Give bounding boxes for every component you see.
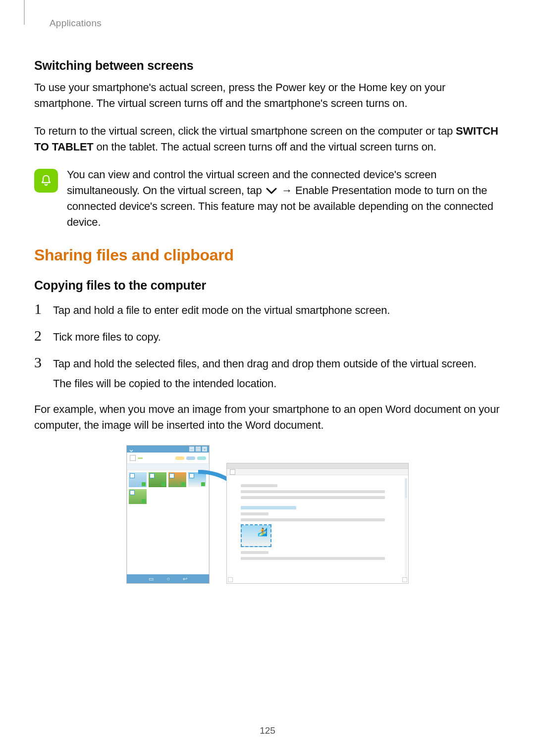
note-arrow: → (278, 184, 295, 197)
step-1: 1 Tap and hold a file to enter edit mode… (34, 302, 501, 318)
step-number: 2 (34, 328, 45, 343)
checkbox-icon (130, 455, 136, 461)
gallery-thumbnail (168, 472, 186, 487)
step-2: 2 Tick more files to copy. (34, 328, 501, 345)
para2-pre: To return to the virtual screen, click t… (34, 125, 456, 137)
step3-main: Tap and hold the selected files, and the… (53, 356, 477, 372)
phone-nav-bar: ▭ ○ ↩ (127, 574, 209, 583)
doc-content: 🏄 (227, 475, 408, 569)
page: Applications Switching between screens T… (0, 0, 535, 756)
window-buttons: – ⬚ × (189, 447, 207, 452)
header-section-label: Applications (50, 18, 102, 29)
home-icon: ○ (166, 576, 170, 582)
action-chip (175, 456, 184, 460)
subheading-switching-screens: Switching between screens (34, 58, 501, 73)
text-line (241, 490, 385, 493)
step3-sub: The files will be copied to the intended… (53, 376, 477, 392)
page-number: 125 (0, 725, 535, 736)
label-chip (138, 457, 143, 459)
paragraph-switching-1: To use your smartphone's actual screen, … (34, 80, 501, 111)
dropped-image-placeholder: 🏄 (241, 524, 271, 547)
gallery-thumbnail (188, 472, 206, 487)
document-window: 🏄 (226, 463, 409, 584)
virtual-smartphone-window: – ⬚ × (126, 445, 210, 584)
close-icon: × (202, 447, 207, 452)
thumbnail-row (127, 489, 209, 506)
gallery-thumbnail (149, 472, 166, 487)
note-strong: Enable Presentation mode (295, 184, 421, 197)
doc-titlebar (227, 463, 408, 469)
step-text: Tap and hold the selected files, and the… (53, 355, 477, 392)
step-3: 3 Tap and hold the selected files, and t… (34, 355, 501, 392)
image-content-icon: 🏄 (258, 527, 268, 537)
text-line-highlight (241, 506, 296, 509)
bell-icon (39, 174, 53, 188)
example-paragraph: For example, when you move an image from… (34, 402, 501, 433)
album-header (127, 464, 209, 470)
text-line (241, 557, 385, 560)
paragraph-switching-2: To return to the virtual screen, click t… (34, 123, 501, 155)
note-text: You can view and control the virtual scr… (67, 167, 501, 230)
gallery-thumbnail (129, 472, 147, 487)
text-line (241, 518, 385, 521)
resize-handle-icon (402, 577, 407, 582)
note-icon-box (34, 169, 58, 193)
thumbnail-row (127, 470, 209, 489)
content-area: Switching between screens To use your sm… (34, 58, 501, 584)
note-callout: You can view and control the virtual scr… (34, 167, 501, 230)
subheading-copying-files: Copying files to the computer (34, 278, 501, 293)
back-icon: ↩ (183, 576, 187, 582)
text-line (241, 496, 385, 499)
step-number: 1 (34, 302, 45, 316)
phone-toolbar (127, 453, 209, 464)
action-chip (186, 456, 195, 460)
action-chip (197, 456, 206, 460)
doc-menubar (227, 469, 408, 475)
text-line (241, 484, 277, 487)
text-line (241, 512, 268, 515)
section-title-sharing: Sharing files and clipboard (34, 246, 501, 264)
scrollbar-thumb (405, 478, 407, 498)
step-text: Tap and hold a file to enter edit mode o… (53, 302, 390, 318)
phone-titlebar: – ⬚ × (127, 446, 209, 453)
maximize-icon: ⬚ (196, 447, 201, 452)
illustration-drag-drop: – ⬚ × (34, 445, 501, 584)
header-divider (24, 0, 25, 25)
menu-icon (230, 469, 235, 475)
text-line (241, 551, 268, 554)
minimize-icon: – (189, 447, 194, 452)
chevron-down-icon (129, 447, 134, 452)
para2-post: on the tablet. The actual screen turns o… (94, 141, 436, 153)
chevron-down-icon (266, 184, 277, 200)
gallery-thumbnail (129, 489, 147, 504)
ordered-steps: 1 Tap and hold a file to enter edit mode… (34, 302, 501, 392)
recents-icon: ▭ (149, 576, 154, 582)
illustration-inner: – ⬚ × (126, 445, 409, 584)
phone-empty-area (127, 506, 209, 574)
resize-handle-icon (228, 577, 233, 582)
step-number: 3 (34, 355, 45, 370)
step-text: Tick more files to copy. (53, 328, 161, 345)
